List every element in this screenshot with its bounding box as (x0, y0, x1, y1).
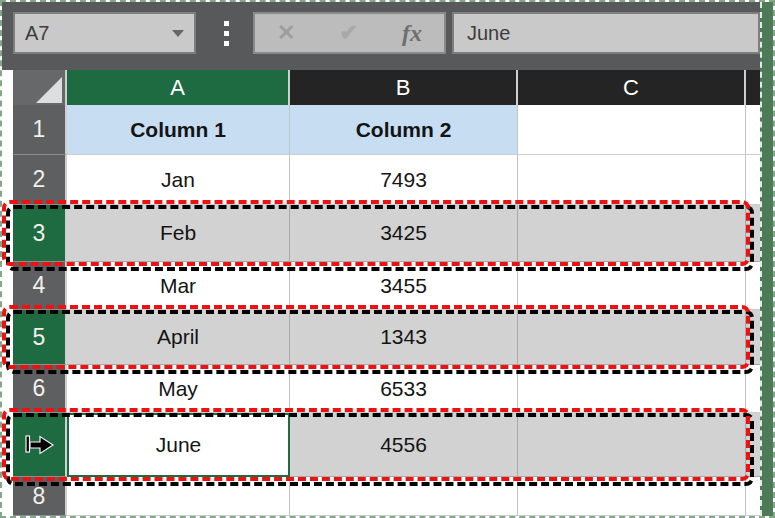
cell-D6[interactable] (746, 365, 760, 413)
cell-B8[interactable] (290, 477, 518, 516)
row-header-6[interactable]: 6 (13, 365, 67, 413)
chevron-down-icon[interactable] (172, 30, 184, 37)
cell-A6[interactable]: May (67, 365, 290, 413)
row-header-3[interactable]: 3 (13, 205, 67, 262)
spreadsheet-grid: A B C 1 Column 1 Column 2 2 Jan 7493 3 F… (2, 70, 760, 516)
enter-check-icon[interactable]: ✔ (339, 20, 357, 46)
cell-A2[interactable]: Jan (67, 155, 290, 205)
row-header-8[interactable]: 8 (13, 477, 67, 516)
table-row-selected: 5 April 1343 (13, 310, 760, 365)
cell-B1[interactable]: Column 2 (290, 105, 518, 155)
row-header-4[interactable]: 4 (13, 262, 67, 310)
cell-D8[interactable] (746, 477, 760, 516)
select-all-triangle-icon (36, 77, 62, 103)
cell-B3[interactable]: 3425 (290, 205, 518, 262)
table-row: 1 Column 1 Column 2 (13, 105, 760, 155)
name-box-value: A7 (25, 22, 49, 45)
formula-buttons-group: ✕ ✔ fx (253, 12, 446, 54)
cell-A5[interactable]: April (67, 310, 290, 365)
cell-D3[interactable] (746, 205, 760, 262)
cell-C3[interactable] (518, 205, 746, 262)
table-row: 2 Jan 7493 (13, 155, 760, 205)
select-all-button[interactable] (13, 70, 67, 105)
cell-C6[interactable] (518, 365, 746, 413)
cell-D5[interactable] (746, 310, 760, 365)
row-select-arrow-cursor-icon (22, 432, 56, 458)
column-header-C[interactable]: C (518, 70, 746, 105)
cell-D2[interactable] (746, 155, 760, 205)
row-header-7[interactable] (13, 413, 67, 477)
row-header-1[interactable]: 1 (13, 105, 67, 155)
name-box[interactable]: A7 (13, 12, 196, 54)
cell-B5[interactable]: 1343 (290, 310, 518, 365)
excel-screenshot-frame: A7 ✕ ✔ fx June A B C 1 Column 1 Column 2 (0, 0, 775, 518)
formula-bar-chrome: A7 ✕ ✔ fx June (2, 2, 760, 70)
column-header-D-partial[interactable] (746, 70, 760, 105)
cell-C4[interactable] (518, 262, 746, 310)
table-row-selected: June 4556 (13, 413, 760, 477)
cell-B7[interactable]: 4556 (290, 413, 518, 477)
insert-function-icon[interactable]: fx (402, 20, 422, 47)
more-options-dots-icon[interactable] (224, 21, 229, 46)
column-header-row: A B C (13, 70, 760, 108)
cell-C8[interactable] (518, 477, 746, 516)
right-edge-band (760, 2, 773, 516)
cell-A4[interactable]: Mar (67, 262, 290, 310)
cell-C5[interactable] (518, 310, 746, 365)
cell-B6[interactable]: 6533 (290, 365, 518, 413)
row-header-5[interactable]: 5 (13, 310, 67, 365)
cell-B4[interactable]: 3455 (290, 262, 518, 310)
cell-D7[interactable] (746, 413, 760, 477)
table-row-selected: 3 Feb 3425 (13, 205, 760, 262)
table-row: 8 (13, 477, 760, 516)
cell-A1[interactable]: Column 1 (67, 105, 290, 155)
table-row: 4 Mar 3455 (13, 262, 760, 310)
cell-D4[interactable] (746, 262, 760, 310)
column-header-B[interactable]: B (290, 70, 518, 105)
row-header-2[interactable]: 2 (13, 155, 67, 205)
table-row: 6 May 6533 (13, 365, 760, 413)
cell-C7[interactable] (518, 413, 746, 477)
cell-B2[interactable]: 7493 (290, 155, 518, 205)
column-header-A[interactable]: A (67, 70, 290, 105)
cell-C1[interactable] (518, 105, 746, 155)
cancel-icon[interactable]: ✕ (277, 20, 295, 46)
formula-bar-value: June (467, 22, 510, 45)
formula-bar[interactable]: June (452, 12, 760, 54)
cell-A7-active[interactable]: June (67, 413, 290, 477)
cell-C2[interactable] (518, 155, 746, 205)
cell-A8[interactable] (67, 477, 290, 516)
cell-D1[interactable] (746, 105, 760, 155)
cell-A3[interactable]: Feb (67, 205, 290, 262)
